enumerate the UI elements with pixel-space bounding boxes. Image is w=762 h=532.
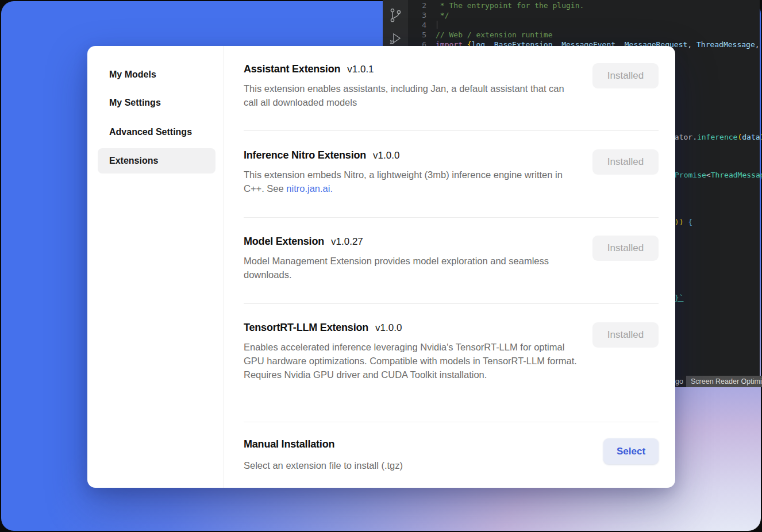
source-control-icon[interactable] — [388, 7, 403, 24]
extension-description: Model Management Extension provides mode… — [244, 254, 578, 282]
sidebar-item-advanced-settings[interactable]: Advanced Settings — [98, 119, 215, 145]
installed-button[interactable]: Installed — [592, 63, 659, 88]
screen-reader-optimized-status-item[interactable]: Screen Reader Optimize — [686, 376, 762, 387]
extension-name: Model Extension — [244, 236, 324, 248]
extension-name: Assistant Extension — [244, 63, 340, 75]
nitro-jan-ai-link[interactable]: nitro.jan.ai. — [286, 183, 333, 194]
screenshot-root: 2 3 4 5 6 * The entrypoint for the plugi… — [0, 0, 762, 532]
manual-installation-header: Manual Installation — [244, 438, 659, 450]
installed-button[interactable]: Installed — [592, 322, 659, 348]
sidebar-item-my-models[interactable]: My Models — [98, 62, 215, 87]
code-line-2: * The entrypoint for the plugin. — [436, 1, 584, 10]
line-number: 5 — [408, 30, 426, 40]
sidebar-item-my-settings[interactable]: My Settings — [98, 90, 215, 115]
extension-description: This extension enables assistants, inclu… — [244, 82, 578, 109]
sidebar-item-extensions[interactable]: Extensions — [98, 148, 215, 174]
line-number: 4 — [408, 20, 426, 30]
code-line-5: // Web / extension runtime — [436, 30, 553, 40]
extension-name: TensortRT-LLM Extension — [244, 322, 368, 334]
extension-name: Inference Nitro Extension — [244, 149, 366, 161]
status-bar-left-text: go — [675, 377, 683, 387]
extension-version: v1.0.0 — [373, 150, 399, 161]
manual-installation-description: Select an extension file to install (.tg… — [244, 458, 578, 472]
cursor-caret — [437, 21, 437, 29]
extension-version: v1.0.0 — [375, 322, 402, 334]
extensions-list: Assistant Extension v1.0.1 This extensio… — [244, 46, 659, 488]
code-fragment-promise: Promise<ThreadMessage> — [675, 170, 762, 180]
code-line-3: */ — [436, 10, 449, 20]
settings-sidebar: My Models My Settings Advanced Settings … — [87, 46, 224, 488]
code-fragment-inference: rator.inference(data)); — [670, 132, 762, 142]
installed-button[interactable]: Installed — [592, 236, 659, 261]
line-number: 2 — [408, 1, 426, 10]
extension-description: Enables accelerated inference leveraging… — [244, 340, 584, 381]
settings-modal: My Models My Settings Advanced Settings … — [87, 46, 675, 488]
extension-version: v1.0.27 — [331, 236, 363, 248]
divider — [244, 130, 659, 131]
line-number: 3 — [408, 10, 426, 20]
divider — [244, 217, 659, 218]
extension-description: This extension embeds Nitro, a lightweig… — [244, 168, 578, 195]
divider — [244, 303, 659, 304]
extension-version: v1.0.1 — [347, 64, 374, 75]
divider — [244, 422, 659, 422]
select-file-button[interactable]: Select — [603, 438, 659, 464]
run-and-debug-icon[interactable] — [388, 30, 403, 47]
installed-button[interactable]: Installed — [592, 149, 659, 175]
manual-installation-section: Manual Installation Select an extension … — [244, 438, 659, 472]
manual-installation-title: Manual Installation — [244, 438, 334, 450]
